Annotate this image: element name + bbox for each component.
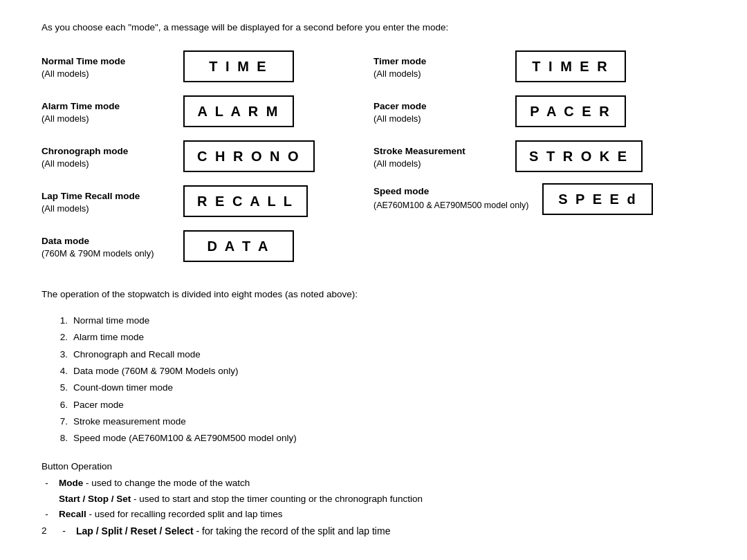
mode-entry-pacer: Pacer mode (All models) P A C E R [374, 93, 706, 129]
list-text-3: Chronograph and Recall mode [73, 346, 201, 363]
list-text-2: Alarm time mode [73, 329, 144, 346]
page-number: 2 [42, 525, 52, 536]
mode-data-subtitle: (760M & 790M models only) [42, 248, 169, 259]
mode-alarm-time-subtitle: (All models) [42, 113, 169, 124]
page-number-row: 2 - Lap / Split / Reset / Select - for t… [42, 525, 706, 536]
mode-entry-speed: Speed mode (AE760M100 & AE790M500 model … [374, 183, 706, 219]
mode-data-box: D A T A [183, 230, 294, 262]
mode-normal-time-title: Normal Time mode [42, 55, 169, 68]
mode-alarm-time-box: A L A R M [183, 95, 294, 127]
bullet-dash-1: - [42, 476, 52, 492]
list-num-3: 3. [55, 346, 68, 363]
mode-entry-alarm-time: Alarm Time mode (All models) A L A R M [42, 93, 374, 129]
list-num-2: 2. [55, 329, 68, 346]
bullet-rest-mode: - used to change the mode of the watch [83, 478, 250, 488]
bullet-item-recall: - Recall - used for recalling recorded s… [42, 507, 706, 523]
mode-chrono-title: Chronograph mode [42, 144, 169, 158]
bullet-dash-3: - [59, 525, 69, 536]
mode-pacer-text: Pacer mode (All models) [374, 100, 501, 124]
mode-entry-timer: Timer mode (All models) T I M E R [374, 48, 706, 84]
mode-stroke-subtitle: (All models) [374, 158, 501, 169]
list-num-7: 7. [55, 413, 68, 430]
list-text-1: Normal time mode [73, 312, 149, 329]
mode-speed-text: Speed mode (AE760M100 & AE790M500 model … [374, 183, 528, 212]
mode-entry-normal-time: Normal Time mode (All models) T I M E [42, 48, 374, 84]
mode-timer-text: Timer mode (All models) [374, 55, 501, 79]
mode-stroke-text: Stroke Measurement (All models) [374, 144, 501, 169]
mode-recall-box: R E C A L L [183, 185, 308, 217]
bullet-item-mode: - Mode - used to change the mode of the … [42, 476, 706, 492]
numbered-list: 1.Normal time mode 2.Alarm time mode 3.C… [55, 312, 706, 447]
mode-timer-subtitle: (All models) [374, 68, 501, 79]
mode-entry-data: Data mode (760M & 790M models only) D A … [42, 228, 374, 264]
mode-entry-stroke: Stroke Measurement (All models) S T R O … [374, 138, 706, 174]
mode-data-text: Data mode (760M & 790M models only) [42, 234, 169, 259]
mode-entry-chrono: Chronograph mode (All models) C H R O N … [42, 138, 374, 174]
bullet-rest-lap: - for taking the record of the split and… [194, 525, 391, 536]
list-item-4: 4.Data mode (760M & 790M Models only) [55, 363, 706, 380]
mode-data-title: Data mode [42, 234, 169, 248]
bullet-bold-start: Start / Stop / Set [59, 494, 131, 504]
mode-chrono-box: C H R O N O [183, 140, 315, 172]
list-text-7: Stroke measurement mode [73, 413, 186, 430]
list-num-1: 1. [55, 312, 68, 329]
bullet-rest-start: - used to start and stop the timer count… [131, 494, 423, 504]
bullet-rest-recall: - used for recalling recorded split and … [86, 509, 283, 519]
list-item-1: 1.Normal time mode [55, 312, 706, 329]
modes-left: Normal Time mode (All models) T I M E Al… [42, 48, 374, 273]
mode-speed-box: S P E E d [542, 183, 653, 215]
mode-normal-time-subtitle: (All models) [42, 68, 169, 79]
bullet-bold-mode: Mode [59, 478, 83, 488]
list-item-5: 5.Count-down timer mode [55, 380, 706, 396]
modes-right: Timer mode (All models) T I M E R Pacer … [374, 48, 706, 273]
mode-entry-recall: Lap Time Recall mode (All models) R E C … [42, 183, 374, 219]
mode-pacer-title: Pacer mode [374, 100, 501, 113]
list-num-8: 8. [55, 430, 68, 447]
button-operation-section: Button Operation - Mode - used to change… [42, 461, 706, 537]
list-item-6: 6.Pacer mode [55, 397, 706, 413]
list-item-8: 8.Speed mode (AE760M100 & AE790M500 mode… [55, 430, 706, 447]
mode-speed-title: Speed mode [374, 185, 528, 198]
mode-normal-time-box: T I M E [183, 50, 294, 82]
bullet-list: - Mode - used to change the mode of the … [42, 476, 706, 523]
list-num-5: 5. [55, 380, 68, 396]
bullet-bold-recall: Recall [59, 509, 86, 519]
mode-alarm-time-text: Alarm Time mode (All models) [42, 100, 169, 124]
mode-chrono-subtitle: (All models) [42, 158, 169, 169]
mode-speed-subtitle: (AE760M100 & AE790M500 model only) [374, 199, 528, 212]
operation-text: The operation of the stopwatch is divide… [42, 287, 706, 303]
mode-pacer-box: P A C E R [515, 95, 626, 127]
operation-section: The operation of the stopwatch is divide… [42, 287, 706, 447]
bullet-text-lap: Lap / Split / Reset / Select - for takin… [76, 525, 390, 536]
intro-text: As you choose each "mode", a message wil… [42, 21, 706, 35]
mode-normal-time-text: Normal Time mode (All models) [42, 55, 169, 79]
list-item-7: 7.Stroke measurement mode [55, 413, 706, 430]
mode-chrono-text: Chronograph mode (All models) [42, 144, 169, 169]
list-item-2: 2.Alarm time mode [55, 329, 706, 346]
list-text-6: Pacer mode [73, 397, 124, 413]
list-text-4: Data mode (760M & 790M Models only) [73, 363, 239, 380]
mode-recall-subtitle: (All models) [42, 203, 169, 214]
button-op-title: Button Operation [42, 461, 706, 472]
list-item-3: 3.Chronograph and Recall mode [55, 346, 706, 363]
list-text-5: Count-down timer mode [73, 380, 173, 396]
mode-recall-text: Lap Time Recall mode (All models) [42, 189, 169, 214]
list-num-6: 6. [55, 397, 68, 413]
mode-timer-title: Timer mode [374, 55, 501, 68]
mode-pacer-subtitle: (All models) [374, 113, 501, 124]
list-num-4: 4. [55, 363, 68, 380]
mode-stroke-box: S T R O K E [515, 140, 643, 172]
mode-stroke-title: Stroke Measurement [374, 144, 501, 158]
bullet-item-start: Start / Stop / Set - used to start and s… [59, 492, 706, 507]
mode-alarm-time-title: Alarm Time mode [42, 100, 169, 113]
mode-recall-title: Lap Time Recall mode [42, 189, 169, 203]
bullet-text-start: Start / Stop / Set - used to start and s… [59, 492, 423, 507]
mode-timer-box: T I M E R [515, 50, 626, 82]
bullet-bold-lap: Lap / Split / Reset / Select [76, 525, 194, 536]
modes-container: Normal Time mode (All models) T I M E Al… [42, 48, 706, 273]
bullet-text-recall: Recall - used for recalling recorded spl… [59, 507, 282, 523]
list-text-8: Speed mode (AE760M100 & AE790M500 model … [73, 430, 297, 447]
bullet-text-mode: Mode - used to change the mode of the wa… [59, 476, 250, 492]
bullet-dash-2: - [42, 507, 52, 523]
